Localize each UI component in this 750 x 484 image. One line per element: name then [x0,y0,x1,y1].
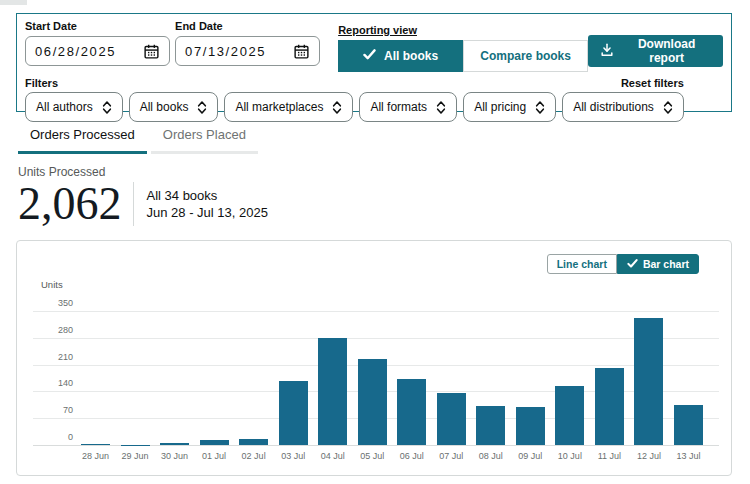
y-tick-label: 70 [45,405,73,415]
dropdown-label: All books [140,100,189,114]
bar-06-jul[interactable] [397,379,426,445]
x-tick-label: 03 Jul [279,451,308,461]
bars-layer [81,311,703,445]
all-books-toggle[interactable]: All books [338,40,463,72]
bar-03-jul[interactable] [279,381,308,445]
metric-label: Units Processed [18,165,268,179]
summary-divider [133,182,134,226]
calendar-icon[interactable] [143,43,160,60]
start-date-input[interactable]: 06/28/2025 [25,36,170,66]
check-icon [363,49,376,63]
report-tabs: Orders Processed Orders Placed [18,127,258,154]
download-icon [600,43,614,60]
x-tick-label: 28 Jun [81,451,110,461]
bar-13-jul[interactable] [674,405,703,445]
start-date-label: Start Date [25,20,170,32]
bar-09-jul[interactable] [516,407,545,445]
bar-30-jun[interactable] [160,443,189,445]
bar-12-jul[interactable] [634,318,663,445]
summary-scope: All 34 books [147,187,268,204]
bar-chart-toggle-label: Bar chart [643,258,689,270]
x-tick-label: 13 Jul [674,451,703,461]
filters-dropdown-row: All authors All books All marketplaces A… [25,92,684,122]
dropdown-all-marketplaces[interactable]: All marketplaces [224,92,353,122]
chevron-updown-icon [535,100,545,115]
bar-05-jul[interactable] [358,359,387,445]
y-axis-title: Units [41,279,63,290]
download-report-button[interactable]: Download report [588,35,723,67]
x-tick-label: 06 Jul [397,451,426,461]
dropdown-label: All formats [370,100,427,114]
dropdown-label: All authors [36,100,93,114]
check-icon [627,258,638,270]
end-date-label: End Date [175,20,320,32]
y-tick-label: 0 [45,432,73,442]
download-report-label: Download report [622,37,711,65]
end-date-input[interactable]: 07/13/2025 [175,36,320,66]
x-axis-labels: 28 Jun29 Jun30 Jun01 Jul02 Jul03 Jul04 J… [81,451,703,461]
reset-filters-link[interactable]: Reset filters [621,77,684,89]
dropdown-all-formats[interactable]: All formats [359,92,457,122]
chart-type-toggle: Line chart Bar chart [547,254,699,274]
chevron-updown-icon [663,100,673,115]
compare-books-toggle[interactable]: Compare books [463,40,588,72]
line-chart-toggle[interactable]: Line chart [547,254,617,274]
dropdown-all-books[interactable]: All books [129,92,219,122]
cropped-edge-artifact [0,0,27,5]
x-tick-label: 08 Jul [476,451,505,461]
bar-28-jun[interactable] [81,444,110,445]
y-tick-label: 210 [45,352,73,362]
summary-block: Units Processed 2,062 All 34 books Jun 2… [18,165,268,227]
y-tick-label: 280 [45,325,73,335]
reporting-view-group: Reporting view All books Compare books [338,20,588,72]
chevron-updown-icon [332,100,342,115]
tab-orders-processed[interactable]: Orders Processed [18,127,147,154]
dropdown-all-authors[interactable]: All authors [25,92,123,122]
all-books-toggle-label: All books [384,49,438,63]
start-date-value: 06/28/2025 [35,44,116,59]
x-tick-label: 30 Jun [160,451,189,461]
tab-orders-placed[interactable]: Orders Placed [151,127,258,154]
dropdown-label: All distributions [573,100,654,114]
bar-10-jul[interactable] [555,386,584,445]
reporting-view-label: Reporting view [338,24,417,36]
dropdown-all-distributions[interactable]: All distributions [562,92,684,122]
chevron-updown-icon [102,100,112,115]
x-tick-label: 07 Jul [437,451,466,461]
x-tick-label: 02 Jul [239,451,268,461]
bar-11-jul[interactable] [595,368,624,445]
y-tick-label: 140 [45,378,73,388]
chevron-updown-icon [197,100,207,115]
compare-books-toggle-label: Compare books [480,49,571,63]
gridline [33,445,719,446]
start-date-group: Start Date 06/28/2025 [25,20,170,66]
bar-chart-toggle[interactable]: Bar chart [617,254,699,274]
summary-date-range: Jun 28 - Jul 13, 2025 [147,204,268,221]
chevron-updown-icon [436,100,446,115]
bar-04-jul[interactable] [318,338,347,445]
units-total: 2,062 [18,181,122,227]
x-tick-label: 11 Jul [595,451,624,461]
bar-02-jul[interactable] [239,439,268,445]
filters-label: Filters [25,77,58,89]
calendar-icon[interactable] [293,43,310,60]
dropdown-all-pricing[interactable]: All pricing [463,92,556,122]
x-tick-label: 05 Jul [358,451,387,461]
filters-block: Filters Reset filters All authors All bo… [25,77,684,122]
x-tick-label: 29 Jun [121,451,150,461]
bar-01-jul[interactable] [200,440,229,445]
end-date-group: End Date 07/13/2025 [175,20,320,66]
x-tick-label: 12 Jul [634,451,663,461]
reporting-view-toggle: All books Compare books [338,40,588,72]
x-tick-label: 04 Jul [318,451,347,461]
y-tick-label: 350 [45,298,73,308]
bar-07-jul[interactable] [437,393,466,445]
kdp-reports-page: Start Date 06/28/2025 End [0,0,750,484]
x-tick-label: 09 Jul [516,451,545,461]
dropdown-label: All marketplaces [235,100,323,114]
end-date-value: 07/13/2025 [185,44,266,59]
x-tick-label: 01 Jul [200,451,229,461]
bar-08-jul[interactable] [476,406,505,445]
dropdown-label: All pricing [474,100,526,114]
chart-card: Line chart Bar chart Units 0701402102803… [16,240,732,476]
